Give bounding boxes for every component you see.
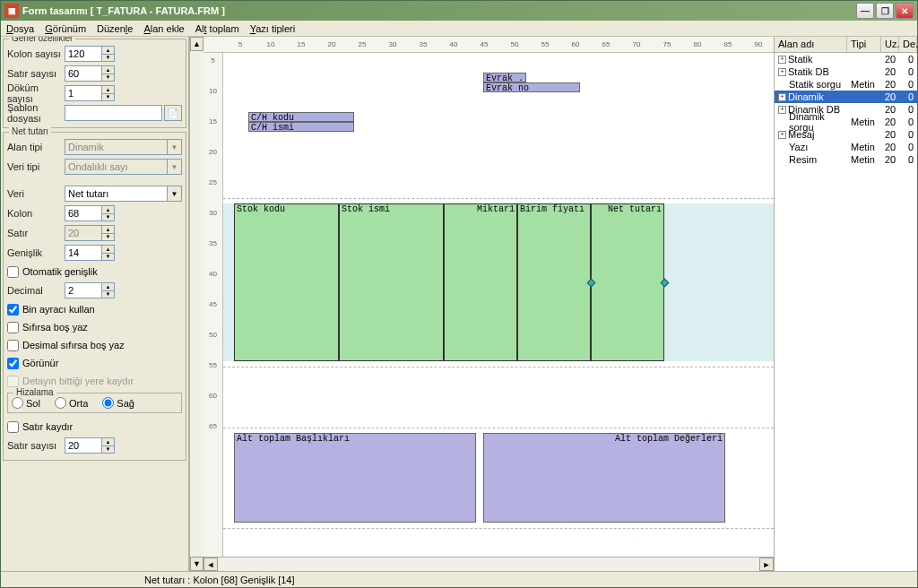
desimal-sifirsa-label: Desimal sıfırsa boş yaz: [22, 340, 125, 350]
veri-select[interactable]: Net tutarı▼: [65, 186, 182, 202]
satir-sayisi-spin[interactable]: ▲▼: [102, 65, 115, 82]
field-type-row[interactable]: +Statik DB200: [775, 65, 917, 78]
field-evrak2[interactable]: Evrak no: [483, 82, 580, 92]
satir-sayisi2-input[interactable]: 20: [65, 437, 102, 454]
gorunur-check[interactable]: [7, 358, 19, 369]
align-sol-radio[interactable]: [12, 397, 23, 409]
horizontal-ruler: 5101520253035404550556065707580859095100…: [204, 37, 774, 53]
chevron-down-icon[interactable]: ▼: [167, 186, 181, 201]
dokum-sayisi-input[interactable]: 1: [65, 85, 102, 101]
col-stok-kodu[interactable]: Stok kodu: [234, 203, 339, 361]
veri-tipi-select: Ondalıklı sayı▼: [65, 159, 182, 175]
field-type-row[interactable]: +Mesaj200: [775, 128, 917, 141]
sifirsa-check[interactable]: [7, 322, 19, 333]
field-types-list[interactable]: +Statik200+Statik DB200Statik sorguMetin…: [775, 53, 917, 166]
field-type-row[interactable]: Dinamik sorguMetin200: [775, 116, 917, 128]
horizontal-scrollbar[interactable]: ◄►: [204, 557, 774, 571]
left-scrollbar[interactable]: ▲▼: [189, 37, 204, 571]
field-types-panel: Alan adı Tipi Uz. De. +Statik200+Statik …: [774, 37, 917, 571]
bin-ayraci-check[interactable]: [7, 304, 19, 316]
field-type-row[interactable]: Statik sorguMetin200: [775, 78, 917, 91]
satir-spin[interactable]: ▲▼: [102, 225, 115, 241]
sablon-label: Şablon dosyası: [7, 102, 65, 124]
band-line: [223, 528, 774, 529]
satir-sayisi2-label: Satır sayısı: [7, 440, 65, 451]
align-sag-radio[interactable]: [102, 397, 114, 409]
band-line: [223, 198, 774, 199]
gorunur-label: Görünür: [22, 358, 58, 368]
group-general: Genel özellikler Kolon sayısı120▲▼ Satır…: [3, 39, 186, 128]
kolon-spin[interactable]: ▲▼: [102, 205, 115, 221]
band-line: [223, 367, 774, 368]
hizalama-title: Hizalama: [13, 387, 56, 397]
titlebar: ▦ Form tasarımı [ T_FATURA - FATURA.FRM …: [1, 1, 917, 21]
satir-kaydir-check[interactable]: [7, 421, 19, 433]
field-alt-baslik[interactable]: Alt toplam Başlıkları: [234, 433, 476, 523]
genislik-label: Genişlik: [7, 247, 65, 258]
field-type-row[interactable]: +Statik200: [775, 53, 917, 65]
col-birim-fiyat[interactable]: Birim fiyatı 1: [517, 203, 591, 361]
expand-icon[interactable]: +: [778, 93, 786, 101]
maximize-button[interactable]: ❐: [876, 3, 894, 19]
chevron-down-icon: ▼: [167, 140, 181, 154]
field-type-row[interactable]: ResimMetin200: [775, 153, 917, 166]
expand-icon[interactable]: +: [778, 131, 786, 139]
field-ch-kodu[interactable]: C/H kodu: [248, 112, 354, 122]
sablon-browse-button[interactable]: 📄: [164, 105, 182, 121]
close-button[interactable]: ✕: [896, 3, 914, 19]
design-canvas[interactable]: Evrak ... Evrak no C/H kodu C/H ismi Sto…: [223, 53, 774, 557]
satir-sayisi-input[interactable]: 60: [65, 65, 102, 82]
statusbar: Net tutarı : Kolon [68] Genişlik [14]: [1, 571, 917, 587]
minimize-button[interactable]: —: [856, 3, 874, 19]
dokum-sayisi-label: Döküm sayısı: [7, 82, 65, 104]
menu-gorunum[interactable]: Görünüm: [45, 23, 86, 34]
field-evrak1[interactable]: Evrak ...: [483, 73, 526, 82]
sablon-input[interactable]: [65, 105, 162, 121]
col-miktar[interactable]: Miktar1: [444, 203, 517, 361]
menu-duzenle[interactable]: Düzenle: [97, 23, 133, 34]
field-ch-ismi[interactable]: C/H ismi: [248, 122, 354, 132]
col-stok-ismi[interactable]: Stok ismi: [339, 203, 444, 361]
field-type-row[interactable]: +Dinamik200: [775, 91, 917, 103]
otomatik-genislik-label: Otomatik genişlik: [22, 266, 98, 277]
genislik-spin[interactable]: ▲▼: [102, 245, 115, 261]
otomatik-genislik-check[interactable]: [7, 266, 19, 278]
expand-icon[interactable]: +: [778, 56, 786, 64]
kolon-input[interactable]: 68: [65, 205, 102, 221]
decimal-spin[interactable]: ▲▼: [102, 282, 115, 298]
alan-tipi-select: Dinamik▼: [65, 139, 182, 155]
group-net-title: Net tutarı: [9, 126, 51, 136]
band-line: [223, 428, 774, 428]
menu-alan-ekle[interactable]: Alan ekle: [143, 23, 184, 34]
kolon-sayisi-input[interactable]: 120: [65, 46, 102, 62]
detay-label: Detayın bittiği yere kaydır: [22, 376, 134, 386]
veri-tipi-label: Veri tipi: [7, 161, 65, 172]
kolon-sayisi-label: Kolon sayısı: [7, 48, 65, 59]
desimal-sifirsa-check[interactable]: [7, 340, 19, 351]
expand-icon[interactable]: +: [778, 68, 786, 76]
field-types-header: Alan adı Tipi Uz. De.: [775, 37, 917, 53]
decimal-input[interactable]: 2: [65, 282, 102, 298]
veri-label: Veri: [7, 188, 65, 199]
status-text: Net tutarı : Kolon [68] Genişlik [14]: [144, 575, 295, 585]
menu-yazi-tipleri[interactable]: Yazı tipleri: [250, 23, 296, 34]
group-general-title: Genel özellikler: [9, 37, 75, 43]
menu-alt-toplam[interactable]: Alt toplam: [195, 23, 239, 34]
hizalama-group: Hizalama Sol Orta Sağ: [7, 393, 182, 413]
satir-sayisi-label: Satır sayısı: [7, 68, 65, 79]
satir-sayisi2-spin[interactable]: ▲▼: [102, 437, 115, 454]
detay-check: [7, 376, 19, 387]
alan-tipi-label: Alan tipi: [7, 142, 65, 152]
satir-input: 20: [65, 225, 102, 241]
field-type-row[interactable]: YazıMetin200: [775, 141, 917, 153]
menubar: Dosya Görünüm Düzenle Alan ekle Alt topl…: [1, 21, 917, 37]
align-orta-radio[interactable]: [55, 397, 66, 409]
genislik-input[interactable]: 14: [65, 245, 102, 261]
app-icon: ▦: [4, 4, 19, 18]
kolon-sayisi-spin[interactable]: ▲▼: [102, 46, 115, 62]
dokum-sayisi-spin[interactable]: ▲▼: [102, 85, 115, 101]
bin-ayraci-label: Bin ayracı kullan: [22, 304, 95, 315]
menu-dosya[interactable]: Dosya: [6, 23, 34, 34]
field-alt-deger[interactable]: Alt toplam Değerleri: [483, 433, 725, 523]
col-net-tutari[interactable]: Net tutarı: [591, 203, 664, 361]
